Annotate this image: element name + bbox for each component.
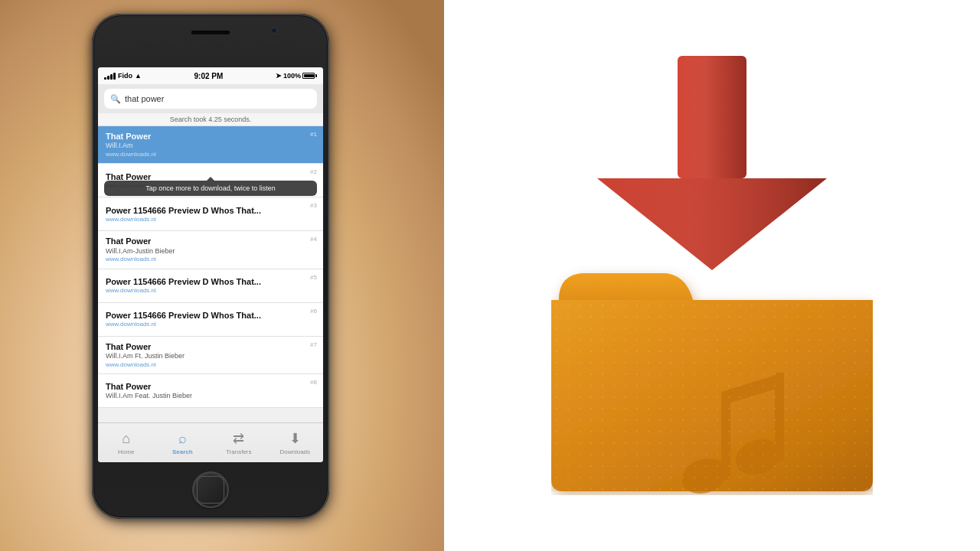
result-url-5: www.downloads.nl bbox=[106, 287, 315, 295]
phone-speaker bbox=[191, 31, 230, 34]
tab-downloads[interactable]: ⬇ Downloads bbox=[267, 423, 324, 462]
svg-rect-2 bbox=[678, 56, 746, 178]
result-url-4: www.downloads.nl bbox=[106, 256, 315, 263]
transfers-tab-label: Transfers bbox=[226, 448, 252, 455]
tab-transfers[interactable]: ⇄ Transfers bbox=[211, 423, 267, 462]
status-time: 9:02 PM bbox=[194, 72, 224, 80]
search-container: 🔍 that power bbox=[98, 84, 323, 113]
result-url-7: www.downloads.nl bbox=[106, 361, 315, 369]
result-number-6: #6 bbox=[310, 308, 317, 315]
result-title-5: Power 1154666 Preview D Whos That... bbox=[106, 276, 315, 287]
signal-bar-1 bbox=[104, 77, 106, 80]
carrier-name: Fido bbox=[118, 72, 132, 80]
result-number-7: #7 bbox=[310, 341, 317, 348]
result-title-7: That Power bbox=[106, 341, 315, 352]
result-item-4[interactable]: #4 That Power Will.I.Am-Justin Bieber ww… bbox=[98, 231, 323, 269]
result-title-6: Power 1154666 Preview D Whos That... bbox=[106, 310, 315, 321]
signal-bars bbox=[104, 73, 116, 80]
downloads-tab-label: Downloads bbox=[279, 448, 310, 455]
result-url-1: www.downloads.nl bbox=[106, 151, 315, 158]
battery-label: 100% bbox=[283, 72, 301, 80]
search-tab-label: Search bbox=[172, 448, 193, 455]
phone-home-button[interactable] bbox=[192, 471, 229, 508]
download-arrow-svg bbox=[597, 56, 827, 270]
phone-screen: Fido ▲ 9:02 PM ➤ 100% bbox=[98, 67, 323, 462]
screen-content: Fido ▲ 9:02 PM ➤ 100% bbox=[98, 67, 323, 462]
status-right: ➤ 100% bbox=[276, 72, 317, 80]
result-title-1: That Power bbox=[106, 131, 315, 142]
result-title-8: That Power bbox=[106, 381, 315, 392]
battery-tip bbox=[315, 74, 317, 77]
folder-svg bbox=[551, 266, 873, 495]
result-url-6: www.downloads.nl bbox=[106, 321, 315, 328]
status-left: Fido ▲ bbox=[104, 72, 142, 80]
signal-bar-4 bbox=[113, 73, 116, 80]
svg-marker-3 bbox=[597, 178, 827, 270]
location-icon: ➤ bbox=[276, 72, 282, 80]
result-item-8[interactable]: #8 That Power Will.I.Am Feat. Justin Bie… bbox=[98, 374, 323, 408]
tooltip-download: Tap once more to download, twice to list… bbox=[104, 181, 317, 196]
result-number-4: #4 bbox=[310, 236, 317, 243]
result-artist-4: Will.I.Am-Justin Bieber bbox=[106, 247, 315, 256]
download-visual bbox=[521, 46, 903, 505]
left-section: Fido ▲ 9:02 PM ➤ 100% bbox=[0, 0, 444, 551]
result-number-3: #3 bbox=[310, 202, 317, 209]
search-bar[interactable]: 🔍 that power bbox=[104, 89, 317, 109]
phone-body: Fido ▲ 9:02 PM ➤ 100% bbox=[92, 14, 329, 519]
right-section bbox=[444, 0, 980, 551]
svg-rect-10 bbox=[551, 300, 873, 491]
tab-bar: ⌂ Home ⌕ Search ⇄ Transfers ⬇ bbox=[98, 422, 323, 462]
downloads-tab-icon: ⬇ bbox=[289, 430, 301, 447]
signal-bar-3 bbox=[110, 74, 113, 80]
battery-body bbox=[302, 73, 315, 79]
result-number-5: #5 bbox=[310, 274, 317, 281]
status-bar: Fido ▲ 9:02 PM ➤ 100% bbox=[98, 67, 323, 84]
result-item-3[interactable]: #3 Power 1154666 Preview D Whos That... … bbox=[98, 197, 323, 231]
result-url-3: www.downloads.nl bbox=[106, 216, 315, 223]
result-artist-8: Will.I.Am Feat. Justin Bieber bbox=[106, 392, 315, 401]
result-artist-1: Will.I.Am bbox=[106, 142, 315, 151]
result-title-4: That Power bbox=[106, 236, 315, 246]
result-item-2[interactable]: #2 That Power www.downloads.nl Tap once … bbox=[98, 164, 323, 197]
battery-fill bbox=[304, 74, 314, 77]
result-number-2: #2 bbox=[310, 168, 317, 175]
wifi-icon: ▲ bbox=[135, 72, 142, 80]
transfers-tab-icon: ⇄ bbox=[233, 430, 244, 447]
arrow-container bbox=[597, 56, 827, 273]
tab-home[interactable]: ⌂ Home bbox=[98, 423, 155, 462]
search-tab-icon: ⌕ bbox=[178, 431, 187, 447]
phone-camera bbox=[271, 28, 277, 34]
folder-container bbox=[551, 266, 873, 495]
home-tab-label: Home bbox=[118, 448, 134, 455]
result-item-1[interactable]: #1 That Power Will.I.Am www.downloads.nl bbox=[98, 126, 323, 164]
result-item-5[interactable]: #5 Power 1154666 Preview D Whos That... … bbox=[98, 269, 323, 303]
search-query-text: that power bbox=[125, 94, 164, 103]
result-artist-7: Will.I.Am Ft. Justin Bieber bbox=[106, 352, 315, 361]
phone-home-inner bbox=[197, 476, 224, 504]
home-tab-icon: ⌂ bbox=[122, 431, 130, 447]
search-timing: Search took 4.25 seconds. bbox=[98, 113, 323, 126]
result-number-1: #1 bbox=[310, 131, 317, 138]
result-item-7[interactable]: #7 That Power Will.I.Am Ft. Justin Biebe… bbox=[98, 337, 323, 374]
results-list: #1 That Power Will.I.Am www.downloads.nl… bbox=[98, 126, 323, 462]
search-icon: 🔍 bbox=[110, 94, 121, 104]
tab-search[interactable]: ⌕ Search bbox=[155, 423, 211, 462]
result-title-3: Power 1154666 Preview D Whos That... bbox=[106, 205, 315, 216]
signal-bar-2 bbox=[107, 76, 109, 80]
phone-wrapper: Fido ▲ 9:02 PM ➤ 100% bbox=[92, 14, 329, 519]
result-item-6[interactable]: #6 Power 1154666 Preview D Whos That... … bbox=[98, 303, 323, 337]
battery-indicator bbox=[302, 73, 317, 79]
result-number-8: #8 bbox=[310, 379, 317, 386]
